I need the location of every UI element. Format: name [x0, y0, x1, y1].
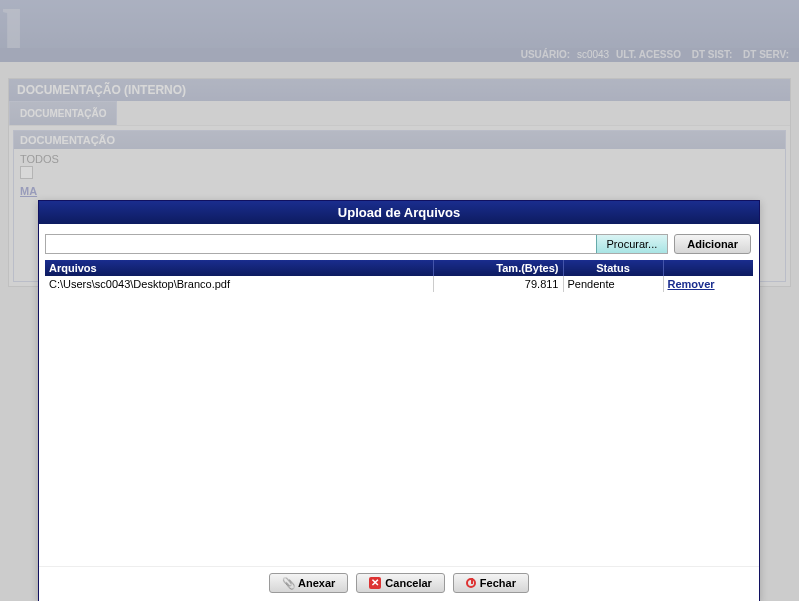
anexar-label: Anexar	[298, 577, 335, 589]
procurar-button[interactable]: Procurar...	[596, 235, 668, 253]
cell-size: 79.811	[433, 276, 563, 292]
cancelar-label: Cancelar	[385, 577, 431, 589]
remover-link[interactable]: Remover	[668, 278, 715, 290]
modal-actions: Anexar Cancelar Fechar	[39, 566, 759, 601]
col-arquivos: Arquivos	[45, 260, 433, 276]
anexar-button[interactable]: Anexar	[269, 573, 348, 593]
file-path-input[interactable]: Procurar...	[45, 234, 668, 254]
cell-file: C:\Users\sc0043\Desktop\Branco.pdf	[45, 276, 433, 292]
col-action	[663, 260, 753, 276]
fechar-label: Fechar	[480, 577, 516, 589]
adicionar-button[interactable]: Adicionar	[674, 234, 751, 254]
modal-title: Upload de Arquivos	[39, 201, 759, 224]
upload-modal: Upload de Arquivos Procurar... Adicionar…	[38, 200, 760, 601]
col-status: Status	[563, 260, 663, 276]
power-icon	[466, 578, 476, 588]
cancelar-button[interactable]: Cancelar	[356, 573, 444, 593]
col-tam: Tam.(Bytes)	[433, 260, 563, 276]
table-row: C:\Users\sc0043\Desktop\Branco.pdf79.811…	[45, 276, 753, 292]
cell-status: Pendente	[563, 276, 663, 292]
fechar-button[interactable]: Fechar	[453, 573, 529, 593]
adicionar-label: Adicionar	[687, 238, 738, 250]
cancel-icon	[369, 577, 381, 589]
clip-icon	[282, 577, 294, 589]
files-table: Arquivos Tam.(Bytes) Status C:\Users\sc0…	[45, 260, 753, 292]
